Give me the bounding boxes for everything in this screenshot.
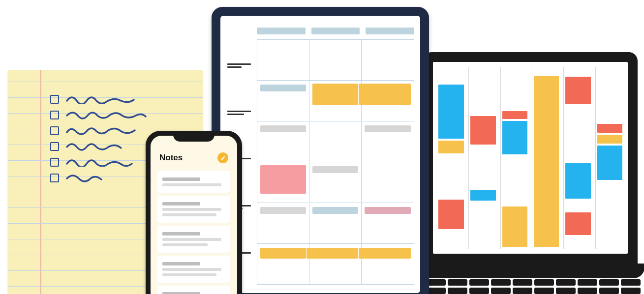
calendar-event — [307, 248, 358, 259]
calendar-event — [260, 248, 306, 259]
calendar-cell — [362, 162, 414, 203]
illustration-stage: Notes — [0, 0, 644, 294]
laptop-lid — [423, 52, 638, 264]
calendar-cell — [257, 162, 309, 203]
handwriting-line — [66, 95, 140, 104]
board-tile — [597, 146, 622, 180]
checkbox-icon — [50, 111, 59, 119]
calendar-row-label — [227, 109, 251, 117]
todo-item — [50, 107, 150, 123]
todo-item — [50, 170, 150, 186]
board-tile — [470, 116, 495, 145]
board-lane — [468, 67, 497, 249]
calendar-row-label — [227, 62, 251, 69]
calendar-grid — [257, 39, 414, 285]
board-tile — [438, 85, 464, 139]
calendar-cell — [257, 40, 309, 81]
compose-icon[interactable] — [217, 152, 228, 163]
calendar-day-header — [366, 28, 414, 34]
board-tile — [565, 212, 590, 235]
calendar-cell — [309, 121, 362, 162]
checkbox-icon — [50, 126, 59, 135]
calendar-cell — [309, 40, 362, 81]
checkbox-icon — [50, 158, 59, 167]
calendar-event — [260, 85, 306, 91]
schedule-board — [437, 67, 624, 249]
calendar-cell — [309, 81, 362, 121]
calendar-cell — [257, 244, 309, 285]
handwriting-line — [66, 126, 145, 135]
board-tile — [597, 135, 622, 144]
board-lane — [595, 67, 624, 249]
board-tile — [470, 190, 495, 201]
calendar-event — [365, 207, 411, 214]
laptop-keyboard — [404, 279, 641, 294]
handwriting-line — [66, 174, 105, 182]
phone: Notes — [146, 131, 242, 294]
note-card[interactable] — [157, 256, 230, 283]
board-tile — [502, 121, 527, 154]
calendar-event — [359, 248, 411, 259]
calendar-cell — [257, 81, 309, 121]
handwriting-line — [66, 142, 130, 151]
todo-item — [50, 123, 150, 139]
legal-pad-margin — [40, 70, 41, 294]
board-tile — [597, 124, 622, 133]
board-tile — [438, 141, 464, 153]
calendar-cell — [362, 121, 414, 162]
calendar-event — [260, 165, 306, 194]
phone-screen: Notes — [151, 136, 237, 294]
calendar-cell — [257, 121, 309, 162]
calendar-cell — [309, 162, 362, 203]
tablet-screen — [220, 16, 420, 293]
calendar-cell — [362, 244, 414, 285]
calendar — [257, 28, 414, 293]
note-card[interactable] — [157, 196, 230, 223]
checkbox-icon — [50, 142, 59, 151]
laptop — [423, 52, 638, 293]
board-lane — [563, 67, 592, 249]
calendar-day-header — [257, 28, 306, 34]
calendar-event — [260, 125, 306, 132]
handwriting-line — [66, 158, 140, 167]
calendar-event — [260, 207, 306, 214]
board-tile — [502, 111, 527, 119]
laptop-base — [400, 264, 644, 278]
board-tile — [565, 77, 590, 104]
note-card[interactable] — [157, 286, 230, 294]
calendar-cell — [309, 244, 362, 285]
board-lane — [500, 67, 529, 249]
board-tile — [438, 200, 464, 229]
board-lane — [437, 67, 465, 249]
todo-item — [50, 139, 150, 154]
calendar-day-header — [311, 28, 360, 34]
calendar-event — [312, 84, 358, 105]
calendar-cell — [257, 203, 309, 244]
calendar-event — [312, 166, 358, 173]
calendar-event — [359, 84, 411, 105]
calendar-cell — [362, 81, 414, 121]
laptop-screen — [433, 62, 628, 254]
phone-notch — [173, 131, 215, 142]
todo-item — [50, 91, 150, 107]
calendar-header — [257, 28, 414, 34]
note-card[interactable] — [157, 171, 230, 193]
tablet — [212, 7, 429, 294]
board-tile — [534, 76, 559, 247]
board-tile — [565, 163, 590, 199]
checkbox-icon — [50, 95, 59, 104]
handwriting-line — [66, 111, 150, 119]
board-tile — [502, 206, 527, 247]
calendar-cell — [362, 203, 414, 244]
todo-list — [50, 91, 150, 186]
notes-app-title: Notes — [159, 153, 183, 163]
calendar-cell — [362, 40, 414, 81]
todo-item — [50, 154, 150, 170]
calendar-event — [365, 125, 411, 132]
calendar-event — [312, 207, 358, 214]
note-card[interactable] — [157, 226, 230, 253]
checkbox-icon — [50, 174, 59, 182]
board-lane — [532, 67, 560, 249]
calendar-cell — [309, 203, 362, 244]
